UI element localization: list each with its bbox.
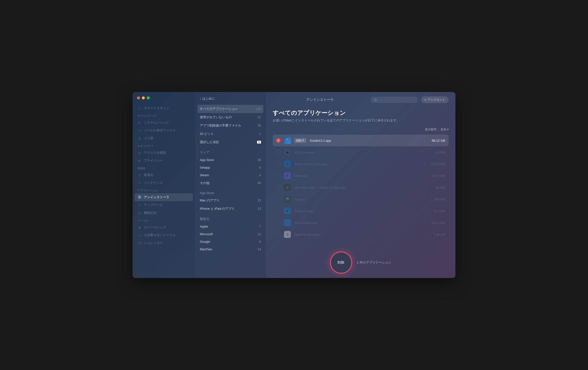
sidebar-item[interactable]: ◐プライバシー: [133, 157, 195, 164]
app-row[interactable]: ➤Telegram.app›71,4 MB: [273, 205, 449, 217]
sort-control[interactable]: 表示順序： 名前 ▾: [273, 127, 449, 132]
filter-item-count: 23: [258, 199, 261, 202]
app-checkbox[interactable]: [276, 220, 281, 225]
sidebar-item[interactable]: ↻アップデータ: [133, 201, 195, 209]
filter-item-count: 6: [259, 166, 261, 169]
app-checkbox[interactable]: [276, 197, 281, 201]
chevron-right-icon: ›: [424, 162, 425, 166]
sidebar-item-label: アップデータ: [144, 203, 163, 207]
sidebar-item-label: 最適化: [144, 173, 153, 177]
app-checkbox[interactable]: [276, 185, 281, 190]
filter-item-label: Microsoft: [200, 232, 213, 236]
sidebar: ◎スマートスキャンクリーンアップ⚙システムジャンク✉メールの添付ファイル🗑ゴミ箱…: [133, 92, 195, 278]
sidebar-section: アプリケーション: [133, 187, 195, 193]
filter-item[interactable]: 使用されていないもの12: [195, 113, 266, 121]
filter-item[interactable]: Apple7: [195, 223, 266, 230]
action-tag[interactable]: 削除⇅: [294, 138, 306, 143]
back-button[interactable]: ‹ はじめに: [195, 96, 266, 105]
minimize-window[interactable]: [142, 96, 145, 99]
sidebar-item[interactable]: ◉スペースレンズ: [133, 223, 195, 231]
sidebar-item-icon: ↻: [137, 203, 141, 207]
chevron-updown-icon: ⇅: [302, 139, 304, 142]
sidebar-item-label: システムジャンク: [144, 120, 169, 125]
svg-line-1: [376, 100, 377, 101]
sidebar-item[interactable]: ▭大容量＆古いファイル: [133, 231, 195, 239]
sidebar-section: 高速化: [133, 164, 195, 171]
app-checkbox[interactable]: [276, 209, 281, 213]
topbar: アンインストーラ アシスタント: [273, 96, 449, 103]
app-name: Viber.app: [294, 174, 420, 178]
sidebar-item[interactable]: Ⓐアンインストーラ: [135, 193, 193, 201]
app-row[interactable]: ◆XCFormat.app›4,3 MB: [273, 146, 449, 158]
sidebar-item[interactable]: ⊗ウイルスを削除: [133, 149, 195, 157]
filter-item[interactable]: Steam4: [195, 171, 266, 179]
filter-item[interactable]: App Store36: [195, 156, 266, 164]
filter-item[interactable]: MacPaw14: [195, 245, 266, 253]
app-row[interactable]: 🌳Terraria›742 MB: [273, 193, 449, 205]
filter-item[interactable]: Microsoft11: [195, 230, 266, 238]
filter-item[interactable]: Setapp6: [195, 164, 266, 171]
app-row[interactable]: 🔨削除⇅Xcode13.1.app›89,12 GB: [273, 135, 449, 146]
filter-item-count: 14: [258, 248, 261, 251]
sidebar-item[interactable]: ⊞機能拡張: [133, 209, 195, 217]
app-size: 414,3 MB: [428, 162, 445, 166]
filter-item-label: Google: [200, 240, 210, 243]
filter-item[interactable]: Mac のアプリ23: [195, 196, 266, 205]
filter-item-label: アプリ削除後の不要ファイル: [200, 123, 241, 128]
app-checkbox[interactable]: [276, 138, 281, 143]
filter-item-label: Mac のアプリ: [200, 198, 219, 203]
chevron-right-icon: ›: [424, 209, 425, 213]
filter-item-count: 30: [258, 124, 261, 127]
filter-item[interactable]: 選択した項目1: [195, 138, 266, 146]
sidebar-item[interactable]: ◎スマートスキャン: [133, 104, 195, 112]
filter-item[interactable]: 32 ビット1: [195, 130, 266, 138]
sidebar-item[interactable]: ⌫シュレッダー: [133, 239, 195, 247]
app-row[interactable]: ↔TeamViewer.app›232,2 MB: [273, 217, 449, 229]
sidebar-item-icon: ▭: [137, 233, 141, 237]
filter-item-count: 12: [258, 116, 261, 119]
app-checkbox[interactable]: [276, 173, 281, 178]
filter-item-label: 32 ビット: [200, 132, 214, 136]
chevron-right-icon: ›: [424, 139, 425, 142]
app-size: 71,4 MB: [428, 209, 445, 213]
app-icon: ≡: [284, 161, 291, 167]
chevron-right-icon: ›: [424, 233, 425, 236]
sidebar-item[interactable]: ✦メンテナンス: [133, 179, 195, 187]
filter-item-label: 使用されていないもの: [200, 115, 232, 119]
filter-item-count: 111: [256, 107, 261, 111]
app-row[interactable]: ✆Viber.app›434,7 MB: [273, 170, 449, 182]
sidebar-item-icon: ◎: [137, 106, 141, 110]
search-icon: [374, 98, 377, 102]
sidebar-item[interactable]: ⇅最適化: [133, 171, 195, 179]
sidebar-item-label: メンテナンス: [144, 181, 163, 185]
search-input[interactable]: [371, 97, 417, 103]
filter-item-count: 4: [259, 173, 261, 177]
app-checkbox[interactable]: [276, 232, 281, 237]
filter-item[interactable]: その他65: [195, 179, 266, 187]
filter-item[interactable]: Google6: [195, 238, 266, 245]
app-row[interactable]: GUltimate Guitar - Chords & Tabs.app›60 …: [273, 182, 449, 193]
sidebar-item[interactable]: ⚙システムジャンク: [133, 119, 195, 127]
sidebar-item[interactable]: 🗑ゴミ箱: [133, 134, 195, 142]
sidebar-item-icon: ⊞: [137, 211, 141, 215]
filter-item[interactable]: アプリ削除後の不要ファイル30: [195, 121, 266, 130]
filter-item-count: 65: [258, 181, 261, 185]
filter-item-label: Steam: [200, 173, 209, 177]
assistant-button[interactable]: アシスタント: [421, 96, 449, 103]
action-summary: 1 件のアプリケーション: [357, 260, 391, 265]
remove-button[interactable]: 削除: [330, 252, 352, 274]
app-checkbox[interactable]: [276, 162, 281, 166]
filter-item[interactable]: iPhone と iPad のアプリ13: [195, 205, 266, 213]
app-row[interactable]: ≡Visual Studio Code.app›414,3 MB: [273, 158, 449, 170]
sidebar-item[interactable]: ✉メールの添付ファイル: [133, 127, 195, 134]
app-row[interactable]: 🃏Tabletop Simulator›5,69 GB: [273, 229, 449, 240]
sidebar-item-icon: ✉: [137, 128, 141, 132]
filter-item[interactable]: すべてのアプリケーション111: [197, 105, 263, 113]
main-panel: アンインストーラ アシスタント すべてのアプリケーション お使いのMacにインス…: [266, 92, 455, 278]
back-label: はじめに: [202, 96, 215, 101]
maximize-window[interactable]: [147, 96, 150, 99]
app-checkbox[interactable]: [276, 150, 281, 154]
filter-item-label: 選択した項目: [200, 140, 219, 144]
close-window[interactable]: [137, 96, 140, 99]
filter-item-label: App Store: [200, 158, 214, 162]
